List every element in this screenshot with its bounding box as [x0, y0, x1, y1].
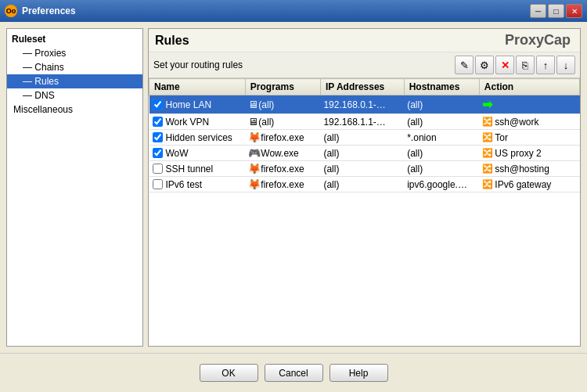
panel-header: Rules ProxyCap [149, 29, 580, 52]
sidebar-group-ruleset: Ruleset [7, 32, 142, 46]
close-button[interactable]: ✕ [566, 4, 582, 18]
col-header-ip: IP Addresses [320, 79, 404, 95]
col-header-action: Action [479, 79, 579, 95]
edit-button[interactable]: ✎ [455, 56, 474, 74]
row-checkbox[interactable] [153, 179, 163, 189]
row-name: IPv6 test [166, 179, 203, 190]
table-row[interactable]: SSH tunnel🦊 firefox.exe(all)(all)🔀ssh@ho… [149, 161, 580, 177]
window-controls: ─ □ ✕ [530, 4, 582, 18]
row-hostnames: (all) [404, 146, 479, 161]
row-checkbox[interactable] [153, 99, 163, 110]
titlebar: Oo Preferences ─ □ ✕ [0, 0, 587, 22]
row-programs: 🖥 (all) [245, 95, 320, 114]
row-name: Hidden services [166, 132, 232, 143]
row-ip-addresses: (all) [320, 177, 404, 192]
panel-title: Rules [155, 34, 189, 48]
row-action: ➡ [479, 95, 579, 114]
table-row[interactable]: Work VPN🖥 (all)192.168.1.1-…(all)🔀ssh@wo… [149, 114, 580, 130]
row-checkbox[interactable] [153, 117, 163, 127]
settings-button[interactable]: ⚙ [475, 56, 494, 74]
footer: OK Cancel Help [0, 353, 587, 392]
minimize-button[interactable]: ─ [530, 4, 546, 18]
row-action: 🔀US proxy 2 [479, 146, 579, 161]
col-header-name: Name [149, 79, 246, 95]
row-hostnames: *.onion [404, 130, 479, 146]
sidebar-item-chains[interactable]: — Chains [7, 60, 142, 74]
row-ip-addresses: (all) [320, 130, 404, 146]
table-row[interactable]: Home LAN🖥 (all)192.168.0.1-…(all)➡ [149, 95, 580, 114]
row-programs: 🦊 firefox.exe [245, 161, 320, 177]
sidebar-item-rules[interactable]: — Rules [7, 74, 142, 88]
copy-button[interactable]: ⎘ [516, 56, 535, 74]
sidebar: Ruleset — Proxies — Chains — Rules — DNS… [6, 28, 143, 347]
sidebar-item-dns[interactable]: — DNS [7, 88, 142, 102]
table-row[interactable]: Hidden services🦊 firefox.exe(all)*.onion… [149, 130, 580, 146]
row-action: 🔀Tor [479, 130, 579, 146]
sidebar-item-proxies[interactable]: — Proxies [7, 46, 142, 60]
table-row[interactable]: WoW🎮 Wow.exe(all)(all)🔀US proxy 2 [149, 146, 580, 161]
row-programs: 🎮 Wow.exe [245, 146, 320, 161]
rules-table-container[interactable]: Name Programs IP Addresses Hostnames Act… [149, 78, 580, 346]
move-up-button[interactable]: ↑ [536, 56, 555, 74]
toolbar-subtitle: Set your routing rules [153, 59, 453, 70]
row-programs: 🦊 firefox.exe [245, 177, 320, 192]
row-action: 🔀IPv6 gateway [479, 177, 579, 192]
row-ip-addresses: 192.168.0.1-… [320, 95, 404, 114]
window-title: Preferences [22, 5, 530, 16]
col-header-programs: Programs [245, 79, 320, 95]
table-row[interactable]: IPv6 test🦊 firefox.exe(all)ipv6.google.…… [149, 177, 580, 192]
row-checkbox[interactable] [153, 148, 163, 158]
sidebar-item-miscellaneous[interactable]: Miscellaneous [7, 102, 142, 117]
maximize-button[interactable]: □ [548, 4, 564, 18]
row-action: 🔀ssh@work [479, 114, 579, 130]
row-hostnames: (all) [404, 95, 479, 114]
row-ip-addresses: 192.168.1.1-… [320, 114, 404, 130]
row-programs: 🖥 (all) [245, 114, 320, 130]
row-hostnames: (all) [404, 114, 479, 130]
rules-table: Name Programs IP Addresses Hostnames Act… [149, 78, 580, 192]
row-name: Work VPN [166, 117, 210, 128]
row-name: SSH tunnel [166, 164, 214, 174]
cancel-button[interactable]: Cancel [265, 364, 323, 382]
row-ip-addresses: (all) [320, 161, 404, 177]
ok-button[interactable]: OK [200, 364, 258, 382]
main-container: Ruleset — Proxies — Chains — Rules — DNS… [0, 22, 587, 353]
content-panel: Rules ProxyCap Set your routing rules ✎ … [148, 28, 581, 347]
row-name: WoW [166, 148, 189, 159]
help-button[interactable]: Help [330, 364, 388, 382]
move-down-button[interactable]: ↓ [556, 56, 575, 74]
row-programs: 🦊 firefox.exe [245, 130, 320, 146]
delete-button[interactable]: ✕ [495, 56, 514, 74]
panel-brand: ProxyCap [505, 32, 574, 49]
row-checkbox[interactable] [153, 164, 163, 174]
app-icon: Oo [5, 5, 17, 17]
row-hostnames: ipv6.google.… [404, 177, 479, 192]
col-header-hostnames: Hostnames [404, 79, 479, 95]
row-action: 🔀ssh@hosting [479, 161, 579, 177]
row-ip-addresses: (all) [320, 146, 404, 161]
row-checkbox[interactable] [153, 132, 163, 142]
row-hostnames: (all) [404, 161, 479, 177]
row-name: Home LAN [166, 99, 212, 110]
toolbar: Set your routing rules ✎ ⚙ ✕ ⎘ ↑ ↓ [149, 52, 580, 78]
